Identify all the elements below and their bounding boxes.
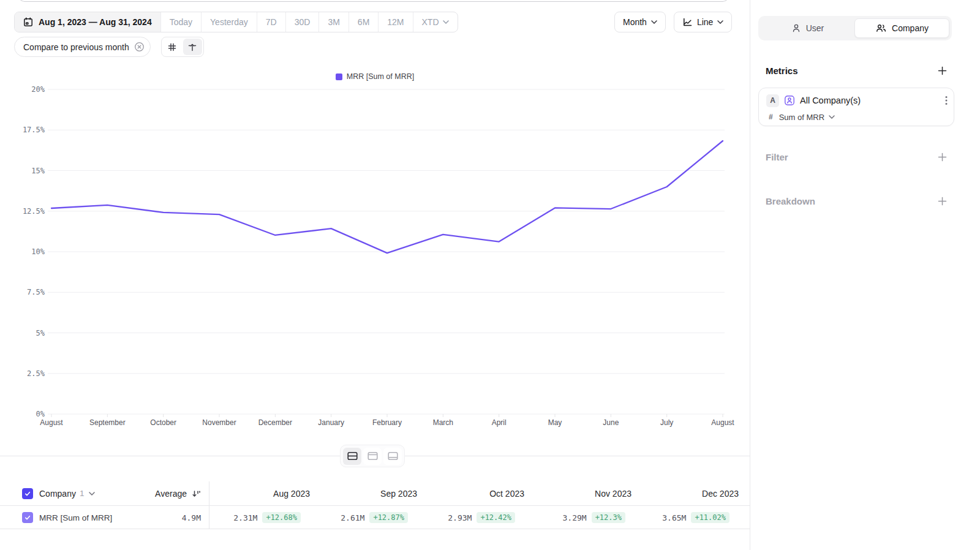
chart-controls: Month Line (614, 12, 732, 32)
mrr-series-line[interactable] (51, 141, 723, 253)
table-header-row: Company 1 Average Aug 2023 Sep 2023 Oct … (0, 481, 750, 506)
x-axis-month-label: October (150, 418, 176, 427)
table-row[interactable]: MRR [Sum of MRR] 4.9M 2.31M+12.68% 2.61M… (0, 507, 750, 529)
delta-badge: +12.42% (477, 512, 515, 523)
preset-7d[interactable]: 7D (257, 12, 285, 32)
chevron-down-icon (717, 20, 723, 24)
preset-3m[interactable]: 3M (318, 12, 348, 32)
aggregation-dropdown[interactable]: # Sum of MRR (769, 111, 835, 123)
users-icon (875, 23, 887, 33)
metric-letter-badge: A (766, 94, 779, 107)
remove-compare-icon[interactable] (134, 42, 145, 52)
chevron-down-icon (651, 20, 657, 24)
scrolled-card-edge (18, 0, 729, 2)
select-all-checkbox[interactable] (22, 481, 33, 505)
entity-toggle: User Company (758, 16, 952, 40)
x-axis-month-label: September (89, 418, 126, 427)
y-axis-tick-label: 7.5% (27, 288, 45, 296)
preset-30d[interactable]: 30D (285, 12, 319, 32)
column-header-oct-2023[interactable]: Oct 2023 (426, 489, 524, 499)
goal-toggle-button[interactable] (183, 39, 202, 55)
x-axis-month-label: December (258, 418, 292, 427)
layout-switcher (340, 445, 405, 467)
y-axis-tick-label: 20% (31, 85, 45, 94)
y-axis-tick-label: 2.5% (27, 369, 45, 378)
x-axis-month-label: August (711, 418, 734, 427)
aggregation-label: Sum of MRR (779, 113, 824, 122)
cell-aug-2023: 2.31M+12.68% (212, 507, 301, 529)
x-axis-month-label: June (603, 418, 619, 427)
chevron-down-icon (829, 115, 835, 119)
y-axis-tick-label: 15% (31, 167, 45, 175)
legend-label: MRR [Sum of MRR] (347, 72, 414, 81)
tab-user[interactable]: User (761, 18, 854, 38)
add-metric-button[interactable] (936, 64, 948, 77)
average-column-header[interactable]: Average (110, 481, 201, 505)
cell-sep-2023: 2.61M+12.87% (319, 507, 408, 529)
kebab-menu-icon[interactable] (945, 96, 948, 105)
preset-today[interactable]: Today (160, 12, 201, 32)
entity-column-header[interactable]: Company 1 (39, 481, 95, 505)
table-column-divider (209, 481, 209, 529)
granularity-dropdown[interactable]: Month (614, 12, 666, 32)
column-header-dec-2023[interactable]: Dec 2023 (641, 489, 739, 499)
chart-type-dropdown[interactable]: Line (674, 12, 732, 32)
legend-swatch (336, 73, 342, 80)
calendar-icon (23, 17, 33, 27)
column-header-aug-2023[interactable]: Aug 2023 (212, 489, 310, 499)
column-header-nov-2023[interactable]: Nov 2023 (533, 489, 631, 499)
chevron-down-icon (89, 492, 95, 495)
chevron-down-icon (443, 20, 449, 24)
mrr-line-chart[interactable]: 0%2.5%5%7.5%10%12.5%15%17.5%20%AugustSep… (0, 85, 750, 437)
x-axis-month-label: November (202, 418, 236, 427)
delta-badge: +12.68% (262, 512, 301, 523)
add-filter-button[interactable] (936, 151, 948, 163)
chart-legend[interactable]: MRR [Sum of MRR] (0, 72, 750, 81)
metrics-section-header: Metrics (758, 64, 952, 77)
line-chart-icon (682, 17, 693, 27)
arrow-up-from-line-icon (187, 42, 197, 52)
company-entity-icon (784, 95, 795, 106)
compare-chip-label: Compare to previous month (23, 42, 129, 52)
grid-icon (167, 42, 177, 52)
tab-company[interactable]: Company (854, 18, 949, 38)
grid-toggle-button[interactable] (163, 39, 182, 55)
x-axis-month-label: February (372, 418, 402, 427)
date-range-button[interactable]: Aug 1, 2023 — Aug 31, 2024 (15, 12, 160, 32)
layout-chart-button[interactable] (363, 448, 382, 465)
filter-section-header: Filter (758, 150, 952, 164)
compare-chip[interactable]: Compare to previous month (14, 37, 151, 57)
column-header-sep-2023[interactable]: Sep 2023 (319, 489, 417, 499)
delta-badge: +12.87% (369, 512, 408, 523)
row-checkbox[interactable] (22, 507, 33, 529)
x-axis-month-label: July (660, 418, 673, 427)
number-type-icon: # (769, 113, 773, 121)
cell-dec-2023: 3.65M+11.02% (641, 507, 729, 529)
date-toolbar: Aug 1, 2023 — Aug 31, 2024 Today Yesterd… (14, 12, 458, 32)
metric-card[interactable]: A All Company(s) # Sum of MRR (758, 88, 954, 126)
x-axis-month-label: April (492, 418, 507, 427)
add-breakdown-button[interactable] (936, 195, 948, 207)
main-panel: Aug 1, 2023 — Aug 31, 2024 Today Yesterd… (0, 0, 750, 550)
breakdown-section-header: Breakdown (758, 194, 952, 208)
preset-yesterday[interactable]: Yesterday (201, 12, 257, 32)
layout-split-button[interactable] (343, 448, 361, 465)
tab-company-label: Company (892, 23, 929, 33)
layout-table-button[interactable] (383, 448, 402, 465)
preset-12m[interactable]: 12M (378, 12, 412, 32)
metric-row-name: MRR [Sum of MRR] (39, 507, 112, 529)
cell-nov-2023: 3.29M+12.3% (533, 507, 625, 529)
table-view-icon (387, 451, 399, 461)
y-axis-tick-label: 12.5% (23, 207, 45, 216)
filter-title: Filter (766, 152, 788, 162)
sort-icon (192, 489, 201, 498)
x-axis-month-label: August (40, 418, 63, 427)
x-axis-month-label: March (433, 418, 453, 427)
preset-6m[interactable]: 6M (349, 12, 378, 32)
chart-tools-group (161, 37, 204, 57)
cell-oct-2023: 2.93M+12.42% (426, 507, 515, 529)
user-icon (791, 23, 801, 33)
preset-xtd-dropdown[interactable]: XTD (413, 12, 458, 32)
x-axis-month-label: May (548, 418, 562, 427)
config-sidebar: User Company Metrics A (750, 0, 980, 550)
